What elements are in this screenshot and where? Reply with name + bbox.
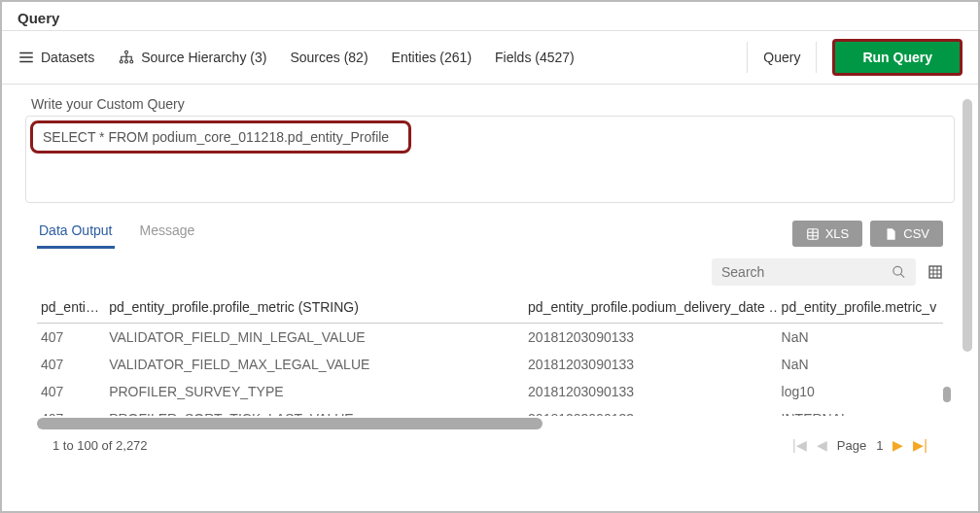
run-query-button[interactable]: Run Query	[832, 39, 962, 76]
table-cell: NaN	[778, 324, 943, 351]
datasets-label: Datasets	[41, 50, 94, 65]
query-text: SELECT * FROM podium_core_011218.pd_enti…	[30, 120, 411, 154]
column-header[interactable]: pd_enti…	[37, 291, 105, 324]
svg-point-0	[125, 51, 128, 53]
tab-message[interactable]: Message	[138, 219, 197, 249]
column-header[interactable]: pd_entity_profile.podium_delivery_date …	[524, 291, 778, 324]
svg-point-1	[121, 60, 123, 63]
table-cell: log10	[778, 378, 943, 405]
pager-first-button[interactable]: |◀	[792, 437, 807, 453]
fields-tab[interactable]: Fields (4527)	[495, 50, 575, 65]
table-vertical-scrollbar[interactable]	[943, 352, 951, 420]
table-cell: 20181203090133	[524, 324, 778, 351]
sources-tab[interactable]: Sources (82)	[290, 50, 368, 65]
table-cell: 20181203090133	[524, 378, 778, 405]
divider	[747, 42, 748, 73]
row-count-label: 1 to 100 of 2,272	[52, 438, 148, 453]
page-title: Query	[2, 2, 978, 30]
table-cell: INTERNAL	[778, 405, 943, 416]
column-header[interactable]: pd_entity_profile.profile_metric (STRING…	[105, 291, 524, 324]
hierarchy-label: Source Hierarchy (3)	[141, 50, 266, 65]
toolbar: Datasets Source Hierarchy (3) Sources (8…	[2, 30, 978, 85]
entities-tab[interactable]: Entities (261)	[392, 50, 472, 65]
file-icon	[884, 227, 897, 241]
query-editor[interactable]: SELECT * FROM podium_core_011218.pd_enti…	[25, 116, 955, 203]
query-editor-label: Write your Custom Query	[25, 96, 955, 112]
table-cell: 20181203090133	[524, 351, 778, 378]
hierarchy-icon	[118, 49, 135, 66]
datasets-button[interactable]: Datasets	[18, 49, 94, 66]
xls-label: XLS	[825, 226, 850, 241]
table-row[interactable]: 407VALIDATOR_FIELD_MAX_LEGAL_VALUE201812…	[37, 351, 943, 378]
column-header[interactable]: pd_entity_profile.metric_v	[778, 291, 943, 324]
hierarchy-button[interactable]: Source Hierarchy (3)	[118, 49, 266, 66]
table-row[interactable]: 407PROFILER_SURVEY_TYPE20181203090133log…	[37, 378, 943, 405]
table-row[interactable]: 407VALIDATOR_FIELD_MIN_LEGAL_VALUE201812…	[37, 324, 943, 351]
export-xls-button[interactable]: XLS	[792, 221, 863, 247]
results-table: pd_enti… pd_entity_profile.profile_metri…	[37, 291, 943, 324]
entities-label: Entities (261)	[392, 50, 472, 65]
table-cell: 407	[37, 378, 105, 405]
table-cell: 407	[37, 405, 105, 416]
table-row[interactable]: 407PROFILER_SORT_TICK_LAST_VALUE20181203…	[37, 405, 943, 416]
pager-page-number: 1	[876, 438, 883, 453]
page-vertical-scrollbar[interactable]	[962, 99, 972, 488]
table-cell: 20181203090133	[524, 405, 778, 416]
columns-icon[interactable]	[928, 264, 943, 280]
table-cell: VALIDATOR_FIELD_MAX_LEGAL_VALUE	[105, 351, 524, 378]
pager: |◀ ◀ Page 1 ▶ ▶|	[792, 437, 928, 453]
sources-label: Sources (82)	[290, 50, 368, 65]
search-box[interactable]	[712, 258, 916, 286]
pager-page-label: Page	[837, 438, 866, 453]
svg-point-2	[125, 60, 128, 63]
svg-point-3	[130, 60, 133, 63]
svg-point-5	[893, 266, 902, 275]
table-cell: 407	[37, 324, 105, 351]
table-header-row: pd_enti… pd_entity_profile.profile_metri…	[37, 291, 943, 324]
pager-next-button[interactable]: ▶	[892, 437, 903, 453]
divider	[816, 42, 817, 73]
table-cell: PROFILER_SURVEY_TYPE	[105, 378, 524, 405]
pager-last-button[interactable]: ▶|	[913, 437, 928, 453]
pager-prev-button[interactable]: ◀	[817, 437, 827, 453]
scrollbar-thumb[interactable]	[962, 99, 972, 352]
scrollbar-thumb[interactable]	[943, 387, 951, 402]
table-cell: VALIDATOR_FIELD_MIN_LEGAL_VALUE	[105, 324, 524, 351]
search-icon	[892, 264, 906, 280]
list-icon	[18, 49, 35, 66]
csv-label: CSV	[903, 226, 929, 241]
table-cell: PROFILER_SORT_TICK_LAST_VALUE	[105, 405, 524, 416]
scrollbar-thumb[interactable]	[37, 418, 542, 429]
fields-label: Fields (4527)	[495, 50, 575, 65]
svg-rect-6	[929, 266, 941, 278]
table-cell: 407	[37, 351, 105, 378]
search-input[interactable]	[721, 264, 892, 280]
export-csv-button[interactable]: CSV	[870, 221, 943, 247]
query-label: Query	[763, 50, 800, 65]
tab-data-output[interactable]: Data Output	[37, 219, 115, 249]
table-horizontal-scrollbar[interactable]	[37, 418, 943, 429]
table-cell: NaN	[778, 351, 943, 378]
spreadsheet-icon	[806, 227, 820, 241]
